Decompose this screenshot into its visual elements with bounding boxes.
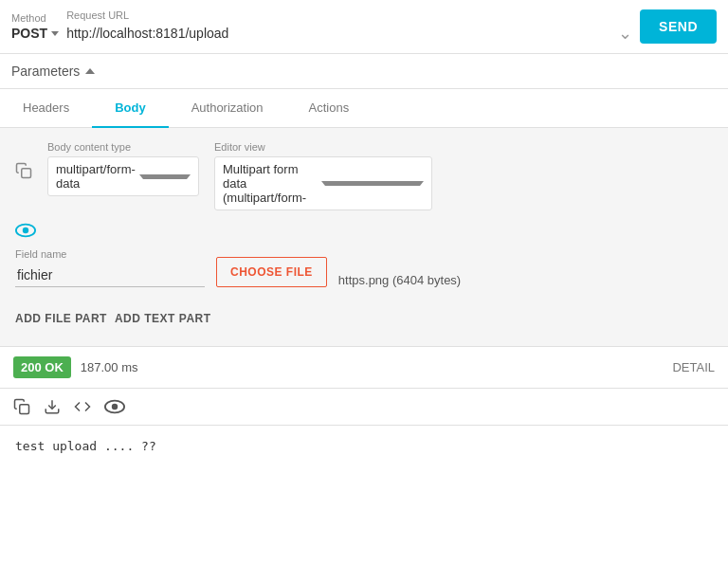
url-label: Request URL (66, 9, 632, 21)
response-bar: 200 OK 187.00 ms DETAIL (0, 346, 728, 389)
body-area: Body content type multipart/form-data Ed… (0, 128, 728, 346)
method-dropdown-icon[interactable] (51, 31, 59, 36)
content-type-value: multipart/form-data (56, 162, 136, 191)
tab-body[interactable]: Body (92, 89, 169, 128)
method-label: Method (11, 12, 59, 24)
send-button[interactable]: SEND (640, 9, 717, 44)
editor-view-arrow-icon (321, 181, 424, 186)
content-type-arrow-icon (139, 174, 191, 179)
tab-actions[interactable]: Actions (286, 89, 373, 128)
svg-rect-3 (20, 405, 29, 414)
status-badge: 200 OK (13, 356, 71, 378)
code-view-icon[interactable] (74, 398, 91, 415)
tab-authorization[interactable]: Authorization (169, 89, 286, 128)
method-row[interactable]: POST (11, 26, 59, 41)
content-type-group: Body content type multipart/form-data (47, 141, 199, 196)
copy-response-icon[interactable] (13, 398, 30, 415)
params-bar: Parameters (0, 54, 728, 89)
params-label: Parameters (11, 64, 80, 79)
editor-view-select[interactable]: Multipart form data (multipart/form- (214, 156, 432, 210)
svg-rect-0 (22, 169, 31, 178)
response-time: 187.00 ms (81, 360, 138, 374)
field-name-input[interactable] (15, 264, 205, 287)
content-type-row: Body content type multipart/form-data Ed… (15, 141, 713, 210)
tab-headers[interactable]: Headers (0, 89, 92, 128)
editor-view-label: Editor view (214, 141, 432, 153)
method-value: POST (11, 26, 47, 41)
download-response-icon[interactable] (44, 398, 61, 415)
response-body-text: test upload .... ?? (15, 439, 156, 453)
add-buttons-row: ADD FILE PART ADD TEXT PART (15, 306, 713, 331)
field-name-label: Field name (15, 248, 205, 260)
form-row: Field name CHOOSE FILE https.png (6404 b… (15, 248, 713, 287)
copy-icon[interactable] (15, 160, 32, 180)
params-collapse-icon[interactable] (85, 68, 95, 74)
editor-view-value: Multipart form data (multipart/form- (223, 162, 318, 205)
eye-icon[interactable] (15, 220, 36, 241)
detail-link[interactable]: DETAIL (672, 360, 715, 374)
field-name-block: Field name (15, 248, 205, 287)
svg-point-2 (23, 228, 28, 233)
tabs: Headers Body Authorization Actions (0, 89, 728, 128)
top-bar: Method POST Request URL ⌄ SEND (0, 0, 728, 54)
add-text-part-button[interactable]: ADD TEXT PART (115, 306, 211, 331)
response-left: 200 OK 187.00 ms (13, 356, 138, 378)
response-actions (0, 389, 728, 426)
add-file-part-button[interactable]: ADD FILE PART (15, 306, 107, 331)
svg-point-6 (112, 404, 118, 410)
response-body: test upload .... ?? (0, 426, 728, 466)
url-row: ⌄ (66, 23, 632, 44)
url-block: Request URL ⌄ (66, 9, 632, 44)
file-info: https.png (6404 bytes) (338, 273, 461, 287)
eye-response-icon[interactable] (104, 399, 125, 414)
choose-file-button[interactable]: CHOOSE FILE (216, 257, 327, 287)
content-type-label: Body content type (47, 141, 199, 153)
editor-view-group: Editor view Multipart form data (multipa… (214, 141, 432, 210)
content-type-select[interactable]: multipart/form-data (47, 156, 199, 196)
url-dropdown-icon[interactable]: ⌄ (618, 23, 632, 44)
url-input[interactable] (66, 26, 612, 41)
eye-row (15, 220, 713, 241)
method-block: Method POST (11, 12, 59, 41)
